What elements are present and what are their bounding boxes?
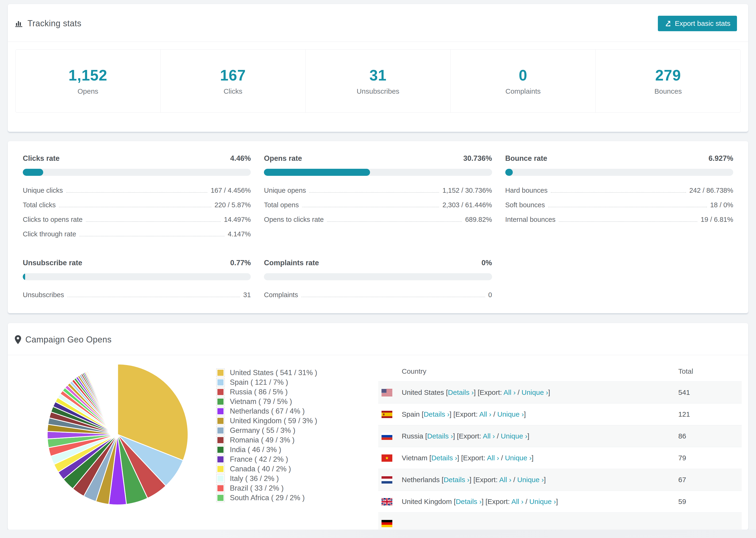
total-column-header: Total — [678, 367, 742, 375]
country-name: Russia — [402, 432, 423, 440]
export-all-link[interactable]: All › — [483, 432, 495, 440]
stat-label: Opens — [78, 87, 98, 95]
rate-detail-value: 0 — [488, 291, 492, 299]
export-unique-link[interactable]: Unique › — [521, 389, 548, 396]
export-all-link[interactable]: All › — [512, 498, 523, 506]
progress-bar-fill — [505, 169, 513, 176]
total-cell: 541 — [678, 389, 742, 397]
rate-detail-label: Total opens — [264, 201, 298, 209]
stat-label: Bounces — [654, 87, 682, 95]
flag-es-icon — [382, 411, 392, 418]
details-link[interactable]: Details › — [444, 476, 469, 484]
legend-item-south-africa: South Africa ( 29 / 2% ) — [216, 493, 348, 503]
details-link[interactable]: Details › — [456, 498, 482, 506]
legend-swatch-icon — [216, 436, 225, 444]
rate-block-bounce-rate: Bounce rate 6.927% Hard bounces 242 / 86… — [505, 154, 733, 238]
legend-label: Vietnam ( 79 / 5% ) — [230, 398, 292, 406]
legend-label: Netherlands ( 67 / 4% ) — [230, 407, 305, 415]
rate-detail-row: Unique opens 1,152 / 30.736% — [264, 187, 492, 194]
rate-value: 0% — [482, 259, 492, 267]
export-label: Export: — [475, 476, 498, 484]
country-cell: United States [Details ›] [Export: All ›… — [402, 389, 678, 397]
rates-grid: Clicks rate 4.46% Unique clicks 167 / 4.… — [15, 154, 741, 299]
dotted-leader — [551, 192, 686, 193]
stat-label: Unsubscribes — [357, 87, 399, 95]
legend-label: Russia ( 86 / 5% ) — [230, 388, 288, 396]
details-link[interactable]: Details › — [423, 410, 449, 418]
details-link[interactable]: Details › — [431, 454, 457, 462]
export-basic-stats-button[interactable]: Export basic stats — [658, 16, 737, 31]
rate-detail-value: 18 / 0% — [710, 201, 733, 209]
rate-block-clicks-rate: Clicks rate 4.46% Unique clicks 167 / 4.… — [23, 154, 251, 238]
export-all-link[interactable]: All › — [504, 389, 516, 396]
flag-ru-icon — [382, 433, 392, 440]
table-row-vn: Vietnam [Details ›] [Export: All › / Uni… — [378, 447, 742, 469]
rate-detail-label: Opens to clicks rate — [264, 216, 324, 224]
progress-bar — [264, 273, 492, 280]
geo-pie-chart[interactable] — [42, 359, 193, 530]
country-name: Spain — [402, 410, 420, 418]
table-row-de — [378, 512, 742, 530]
legend-item-spain: Spain ( 121 / 7% ) — [216, 377, 348, 387]
rate-detail-label: Unsubscribes — [23, 291, 64, 299]
rate-title: Clicks rate — [23, 154, 60, 163]
flag-nl-icon — [382, 476, 392, 484]
rate-detail-row: Total clicks 220 / 5.87% — [23, 201, 251, 209]
progress-bar-fill — [23, 273, 25, 280]
rate-detail-row: Hard bounces 242 / 86.738% — [505, 187, 733, 194]
progress-bar — [264, 169, 492, 176]
export-label: Export: — [480, 389, 502, 396]
flag-us-icon — [382, 389, 392, 396]
rate-detail-value: 4.147% — [228, 230, 251, 238]
rate-value: 0.77% — [230, 259, 251, 267]
legend-item-brazil: Brazil ( 33 / 2% ) — [216, 483, 348, 493]
legend-label: Italy ( 36 / 2% ) — [230, 474, 279, 483]
legend-item-united-states: United States ( 541 / 31% ) — [216, 368, 348, 377]
export-all-link[interactable]: All › — [479, 410, 491, 418]
map-pin-icon — [15, 335, 21, 344]
rate-detail-row: Clicks to opens rate 14.497% — [23, 216, 251, 224]
export-all-link[interactable]: All › — [487, 454, 499, 462]
export-unique-link[interactable]: Unique › — [497, 410, 524, 418]
rate-detail-label: Soft bounces — [505, 201, 545, 209]
legend-swatch-icon — [216, 368, 225, 377]
rate-detail-value: 14.497% — [224, 216, 251, 224]
rate-title-row: Bounce rate 6.927% — [505, 154, 733, 163]
legend-item-canada: Canada ( 40 / 2% ) — [216, 464, 348, 474]
legend-swatch-icon — [216, 388, 225, 396]
stat-card-complaints: 0 Complaints — [450, 50, 595, 112]
rate-detail-label: Clicks to opens rate — [23, 216, 82, 224]
country-cell: United Kingdom [Details ›] [Export: All … — [402, 498, 678, 506]
rate-rows: Unique clicks 167 / 4.456% Total clicks … — [23, 187, 251, 238]
legend-label: Germany ( 55 / 3% ) — [230, 426, 296, 435]
export-unique-link[interactable]: Unique › — [501, 432, 527, 440]
legend-label: Spain ( 121 / 7% ) — [230, 378, 288, 387]
legend-swatch-icon — [216, 378, 225, 387]
details-link[interactable]: Details › — [448, 389, 474, 396]
country-cell: Netherlands [Details ›] [Export: All › /… — [402, 476, 678, 484]
legend-label: Romania ( 49 / 3% ) — [230, 436, 295, 444]
rate-block-unsubscribe-rate: Unsubscribe rate 0.77% Unsubscribes 31 — [23, 259, 251, 299]
rate-detail-value: 2,303 / 61.446% — [442, 201, 492, 209]
rate-detail-label: Unique opens — [264, 187, 306, 194]
dotted-leader — [301, 297, 485, 297]
rate-detail-row: Internal bounces 19 / 6.81% — [505, 216, 733, 224]
rate-detail-value: 220 / 5.87% — [215, 201, 251, 209]
rate-detail-label: Unique clicks — [23, 187, 63, 194]
stat-value: 279 — [655, 67, 681, 84]
legend-item-germany: Germany ( 55 / 3% ) — [216, 426, 348, 435]
export-unique-link[interactable]: Unique › — [529, 498, 556, 506]
progress-bar — [505, 169, 733, 176]
rate-detail-value: 1,152 / 30.736% — [442, 187, 492, 194]
stat-value: 1,152 — [69, 67, 107, 84]
export-unique-link[interactable]: Unique › — [517, 476, 544, 484]
details-link[interactable]: Details › — [427, 432, 453, 440]
export-all-link[interactable]: All › — [499, 476, 512, 484]
country-cell: Vietnam [Details ›] [Export: All › / Uni… — [402, 454, 678, 462]
rate-block-opens-rate: Opens rate 30.736% Unique opens 1,152 / … — [264, 154, 492, 238]
stat-value: 0 — [519, 67, 527, 84]
export-unique-link[interactable]: Unique › — [505, 454, 531, 462]
total-cell: 121 — [678, 410, 742, 418]
rate-block-complaints-rate: Complaints rate 0% Complaints 0 — [264, 259, 492, 299]
legend-label: India ( 46 / 3% ) — [230, 446, 281, 454]
